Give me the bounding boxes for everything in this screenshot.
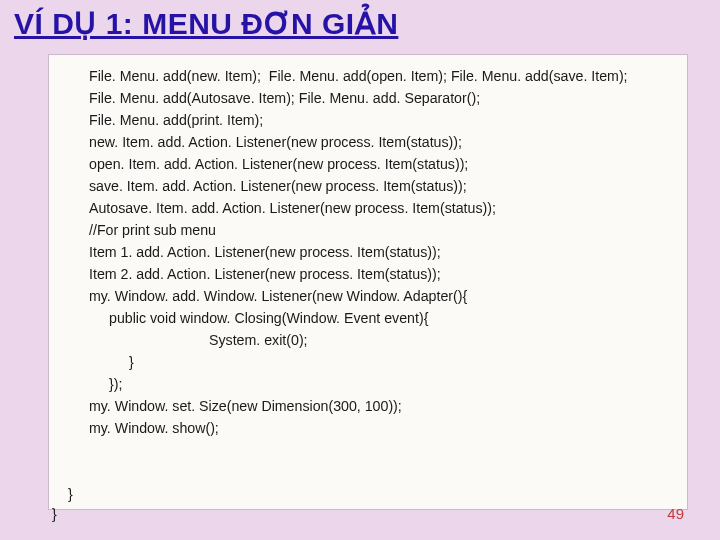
code-line: Item 1. add. Action. Listener(new proces…: [89, 241, 681, 263]
code-close-brace: }: [68, 486, 73, 502]
code-block: File. Menu. add(new. Item); File. Menu. …: [48, 54, 688, 510]
code-line: File. Menu. add(Autosave. Item); File. M…: [89, 87, 681, 109]
code-line: open. Item. add. Action. Listener(new pr…: [89, 153, 681, 175]
code-line: my. Window. set. Size(new Dimension(300,…: [89, 395, 681, 417]
code-line: File. Menu. add(print. Item);: [89, 109, 681, 131]
code-line: save. Item. add. Action. Listener(new pr…: [89, 175, 681, 197]
code-line: Item 2. add. Action. Listener(new proces…: [89, 263, 681, 285]
code-line: Autosave. Item. add. Action. Listener(ne…: [89, 197, 681, 219]
page-number: 49: [667, 505, 684, 522]
code-line: public void window. Closing(Window. Even…: [89, 307, 681, 329]
slide: VÍ DỤ 1: MENU ĐƠN GIẢN File. Menu. add(n…: [0, 0, 720, 540]
code-line: File. Menu. add(new. Item); File. Menu. …: [89, 65, 681, 87]
code-line: my. Window. show();: [89, 417, 681, 439]
code-line: }: [89, 351, 681, 373]
code-line: new. Item. add. Action. Listener(new pro…: [89, 131, 681, 153]
slide-title: VÍ DỤ 1: MENU ĐƠN GIẢN: [14, 6, 398, 41]
code-close-brace: }: [52, 506, 57, 522]
code-line: System. exit(0);: [89, 329, 681, 351]
code-line: //For print sub menu: [89, 219, 681, 241]
code-line: my. Window. add. Window. Listener(new Wi…: [89, 285, 681, 307]
code-line: });: [89, 373, 681, 395]
